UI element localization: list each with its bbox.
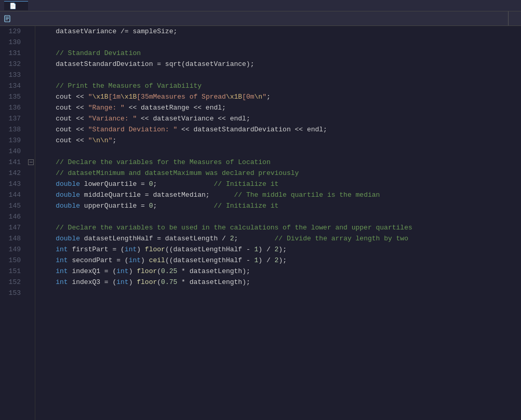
line-number: 139 xyxy=(0,135,27,146)
code-line: int secondPart = (int) ceil((datasetLeng… xyxy=(39,255,521,266)
fold-line xyxy=(27,220,35,231)
line-number: 148 xyxy=(0,233,27,244)
line-number: 152 xyxy=(0,277,27,288)
file-selector-area[interactable] xyxy=(0,11,509,25)
code-line: // Print the Measures of Variability xyxy=(39,80,521,91)
line-number: 153 xyxy=(0,288,27,299)
line-number: 130 xyxy=(0,37,27,48)
line-number: 145 xyxy=(0,200,27,211)
line-number: 136 xyxy=(0,102,27,113)
code-line xyxy=(39,70,521,80)
toolbar xyxy=(0,11,521,26)
fold-line xyxy=(27,198,35,209)
code-line xyxy=(39,146,521,157)
fold-line xyxy=(27,59,35,70)
line-number: 138 xyxy=(0,124,27,135)
code-line: double datasetLengthHalf = datasetLength… xyxy=(39,233,521,244)
fold-line xyxy=(27,165,35,176)
line-number: 151 xyxy=(0,266,27,277)
fold-line xyxy=(27,285,35,296)
line-number: 132 xyxy=(0,59,27,70)
code-line: double upperQuartile = 0; // Initialize … xyxy=(39,200,521,211)
code-line: cout << "Range: " << datasetRange << end… xyxy=(39,102,521,113)
line-number: 134 xyxy=(0,80,27,91)
file-icon: 📄 xyxy=(9,3,17,9)
fold-line xyxy=(27,274,35,285)
line-number: 133 xyxy=(0,70,27,80)
code-line: int firstPart = (int) floor((datasetLeng… xyxy=(39,244,521,255)
code-line xyxy=(39,211,521,222)
fold-line xyxy=(27,124,35,135)
line-number: 141 xyxy=(0,157,27,168)
fold-line xyxy=(27,263,35,274)
fold-line xyxy=(27,102,35,113)
line-number: 129 xyxy=(0,26,27,37)
line-number: 131 xyxy=(0,48,27,59)
fold-line xyxy=(27,231,35,241)
code-content: datasetVariance /= sampleSize; // Standa… xyxy=(35,26,521,420)
code-line: datasetStandardDeviation = sqrt(datasetV… xyxy=(39,59,521,70)
code-line: cout << "\x1B[1m\x1B[35mMeasures of Spre… xyxy=(39,91,521,102)
fold-collapse-button[interactable]: − xyxy=(28,159,34,165)
code-line: datasetVariance /= sampleSize; xyxy=(39,26,521,37)
fold-line xyxy=(27,135,35,146)
fold-line xyxy=(27,26,35,37)
fold-line xyxy=(27,113,35,124)
fold-line xyxy=(27,37,35,48)
code-line xyxy=(39,37,521,48)
line-number: 144 xyxy=(0,189,27,200)
line-number: 149 xyxy=(0,244,27,255)
code-line: // Declare the variables to be used in t… xyxy=(39,222,521,233)
code-line: int indexQ1 = (int) floor(0.25 * dataset… xyxy=(39,266,521,277)
fold-line xyxy=(27,70,35,80)
file-tab[interactable]: 📄 xyxy=(4,1,28,10)
code-line: double middleQuartile = datasetMedian; /… xyxy=(39,189,521,200)
fold-line xyxy=(27,187,35,198)
fold-line xyxy=(27,209,35,220)
line-number: 150 xyxy=(0,255,27,266)
code-line: cout << "Variance: " << datasetVariance … xyxy=(39,113,521,124)
fold-line xyxy=(27,241,35,252)
line-number: 137 xyxy=(0,113,27,124)
code-area: 1291301311321331341351361371381391401411… xyxy=(0,26,521,420)
title-bar: 📄 xyxy=(0,0,521,11)
code-line: cout << "Standard Deviation: " << datase… xyxy=(39,124,521,135)
file-selector-icon xyxy=(2,13,14,24)
line-number: 135 xyxy=(0,91,27,102)
fold-line xyxy=(27,91,35,102)
line-number: 140 xyxy=(0,146,27,157)
code-line: // Standard Deviation xyxy=(39,48,521,59)
code-line: double lowerQuartile = 0; // Initialize … xyxy=(39,179,521,189)
line-number: 146 xyxy=(0,211,27,222)
code-line: // datasetMinimum and datasetMaximum was… xyxy=(39,168,521,179)
line-number: 142 xyxy=(0,168,27,179)
fold-line xyxy=(27,252,35,263)
fold-line xyxy=(27,48,35,59)
fold-line xyxy=(27,146,35,157)
fold-line xyxy=(27,80,35,91)
code-line: int indexQ3 = (int) floor(0.75 * dataset… xyxy=(39,277,521,288)
line-number: 147 xyxy=(0,222,27,233)
fold-gutter: − xyxy=(27,26,35,420)
line-number-gutter: 1291301311321331341351361371381391401411… xyxy=(0,26,27,420)
line-number: 143 xyxy=(0,179,27,189)
code-line xyxy=(39,288,521,299)
fold-line xyxy=(27,176,35,187)
code-line: // Declare the variables for the Measure… xyxy=(39,157,521,168)
code-line: cout << "\n\n"; xyxy=(39,135,521,146)
